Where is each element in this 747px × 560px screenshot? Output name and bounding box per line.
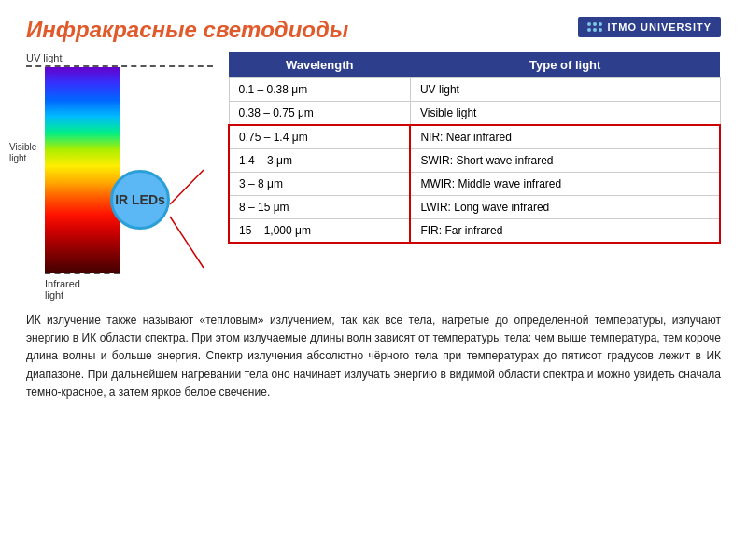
type-cell: NIR: Near infrared (410, 125, 720, 149)
table-row: 0.75 – 1.4 μmNIR: Near infrared (229, 125, 720, 149)
body-text: ИК излучение также называют «тепловым» и… (26, 312, 721, 401)
wavelength-cell: 15 – 1,000 μm (229, 219, 410, 244)
type-cell: FIR: Far infrared (410, 219, 720, 244)
wavelength-cell: 3 – 8 μm (229, 173, 410, 196)
type-cell: SWIR: Short wave infrared (410, 149, 720, 173)
wavelength-cell: 1.4 – 3 μm (229, 149, 410, 173)
wavelength-table: Wavelength Type of light 0.1 – 0.38 μmUV… (228, 52, 721, 244)
table-row: 8 – 15 μmLWIR: Long wave infrared (229, 196, 720, 219)
ir-led-bubble: IR LEDs (110, 170, 170, 230)
infrared-label: Infraredlight (45, 278, 213, 301)
table-row: 1.4 – 3 μmSWIR: Short wave infrared (229, 149, 720, 173)
type-cell: LWIR: Long wave infrared (410, 196, 720, 219)
spectrum-bar (45, 67, 120, 273)
content-area: UV light Visiblelight IR LEDs Infraredli… (26, 52, 721, 301)
wavelength-cell: 0.75 – 1.4 μm (229, 125, 410, 149)
table-row: 0.38 – 0.75 μmVisible light (229, 102, 720, 126)
logo-text: ITMO UNIVERSITY (607, 21, 712, 33)
infrared-dashes (45, 273, 120, 274)
type-cell: Visible light (410, 102, 720, 126)
svg-line-1 (170, 217, 204, 268)
uv-label: UV light (26, 52, 213, 63)
type-cell: MWIR: Middle wave infrared (410, 173, 720, 196)
page: Инфракрасные светодиоды ITMO UNIVERSITY … (0, 0, 747, 560)
table-area: Wavelength Type of light 0.1 – 0.38 μmUV… (228, 52, 721, 301)
logo-icon (587, 22, 602, 32)
visible-label: Visiblelight (9, 142, 23, 164)
spectrum-area: UV light Visiblelight IR LEDs Infraredli… (26, 52, 213, 301)
page-title: Инфракрасные светодиоды (26, 17, 348, 43)
wavelength-cell: 8 – 15 μm (229, 196, 410, 219)
header: Инфракрасные светодиоды ITMO UNIVERSITY (26, 17, 721, 43)
col-wavelength: Wavelength (229, 52, 410, 78)
type-cell: UV light (410, 78, 720, 102)
svg-line-0 (170, 170, 204, 204)
col-type: Type of light (410, 52, 720, 78)
table-row: 15 – 1,000 μmFIR: Far infrared (229, 219, 720, 244)
table-row: 3 – 8 μmMWIR: Middle wave infrared (229, 173, 720, 196)
logo: ITMO UNIVERSITY (578, 17, 721, 37)
wavelength-cell: 0.38 – 0.75 μm (229, 102, 410, 126)
table-row: 0.1 – 0.38 μmUV light (229, 78, 720, 102)
wavelength-cell: 0.1 – 0.38 μm (229, 78, 410, 102)
